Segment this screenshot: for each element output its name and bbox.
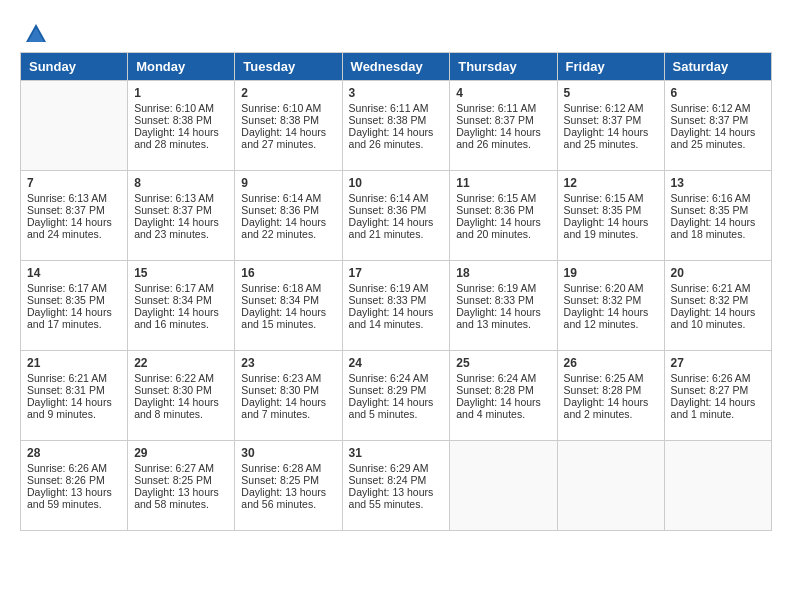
- cell-info-line: and 4 minutes.: [456, 408, 550, 420]
- cell-info-line: Sunrise: 6:21 AM: [27, 372, 121, 384]
- calendar-cell: 27Sunrise: 6:26 AMSunset: 8:27 PMDayligh…: [664, 351, 771, 441]
- cell-info-line: Daylight: 13 hours: [241, 486, 335, 498]
- calendar-cell: 5Sunrise: 6:12 AMSunset: 8:37 PMDaylight…: [557, 81, 664, 171]
- cell-info-line: Sunrise: 6:26 AM: [671, 372, 765, 384]
- cell-info-line: Daylight: 14 hours: [456, 126, 550, 138]
- calendar-cell: [557, 441, 664, 531]
- cell-info-line: Daylight: 14 hours: [241, 126, 335, 138]
- cell-info-line: and 16 minutes.: [134, 318, 228, 330]
- cell-info-line: and 20 minutes.: [456, 228, 550, 240]
- cell-info-line: and 8 minutes.: [134, 408, 228, 420]
- cell-info-line: Sunrise: 6:23 AM: [241, 372, 335, 384]
- cell-info-line: Daylight: 14 hours: [27, 216, 121, 228]
- logo-icon: [22, 20, 50, 48]
- calendar-table: SundayMondayTuesdayWednesdayThursdayFrid…: [20, 52, 772, 531]
- cell-info-line: Sunrise: 6:17 AM: [134, 282, 228, 294]
- cell-info-line: and 26 minutes.: [349, 138, 444, 150]
- cell-info-line: and 15 minutes.: [241, 318, 335, 330]
- cell-info-line: and 5 minutes.: [349, 408, 444, 420]
- cell-info-line: Daylight: 14 hours: [671, 216, 765, 228]
- cell-info-line: Daylight: 14 hours: [671, 396, 765, 408]
- cell-info-line: Daylight: 14 hours: [27, 306, 121, 318]
- calendar-header-thursday: Thursday: [450, 53, 557, 81]
- day-number: 21: [27, 356, 121, 370]
- calendar-cell: 26Sunrise: 6:25 AMSunset: 8:28 PMDayligh…: [557, 351, 664, 441]
- calendar-cell: 15Sunrise: 6:17 AMSunset: 8:34 PMDayligh…: [128, 261, 235, 351]
- day-number: 31: [349, 446, 444, 460]
- cell-info-line: and 9 minutes.: [27, 408, 121, 420]
- cell-info-line: Sunset: 8:30 PM: [134, 384, 228, 396]
- calendar-header-tuesday: Tuesday: [235, 53, 342, 81]
- calendar-cell: 11Sunrise: 6:15 AMSunset: 8:36 PMDayligh…: [450, 171, 557, 261]
- cell-info-line: Daylight: 14 hours: [349, 216, 444, 228]
- cell-info-line: Sunset: 8:37 PM: [671, 114, 765, 126]
- day-number: 6: [671, 86, 765, 100]
- calendar-header-monday: Monday: [128, 53, 235, 81]
- cell-info-line: Sunrise: 6:14 AM: [241, 192, 335, 204]
- cell-info-line: Sunrise: 6:19 AM: [456, 282, 550, 294]
- calendar-cell: 6Sunrise: 6:12 AMSunset: 8:37 PMDaylight…: [664, 81, 771, 171]
- calendar-cell: 19Sunrise: 6:20 AMSunset: 8:32 PMDayligh…: [557, 261, 664, 351]
- day-number: 27: [671, 356, 765, 370]
- calendar-cell: 20Sunrise: 6:21 AMSunset: 8:32 PMDayligh…: [664, 261, 771, 351]
- cell-info-line: Daylight: 14 hours: [134, 396, 228, 408]
- cell-info-line: Sunrise: 6:16 AM: [671, 192, 765, 204]
- day-number: 17: [349, 266, 444, 280]
- cell-info-line: and 27 minutes.: [241, 138, 335, 150]
- cell-info-line: and 26 minutes.: [456, 138, 550, 150]
- cell-info-line: Daylight: 14 hours: [671, 306, 765, 318]
- logo: [20, 20, 52, 42]
- cell-info-line: Sunset: 8:35 PM: [671, 204, 765, 216]
- cell-info-line: Sunset: 8:31 PM: [27, 384, 121, 396]
- cell-info-line: and 23 minutes.: [134, 228, 228, 240]
- day-number: 5: [564, 86, 658, 100]
- day-number: 14: [27, 266, 121, 280]
- day-number: 8: [134, 176, 228, 190]
- day-number: 28: [27, 446, 121, 460]
- cell-info-line: Sunset: 8:27 PM: [671, 384, 765, 396]
- day-number: 19: [564, 266, 658, 280]
- cell-info-line: Sunrise: 6:22 AM: [134, 372, 228, 384]
- calendar-header-saturday: Saturday: [664, 53, 771, 81]
- calendar-cell: [450, 441, 557, 531]
- cell-info-line: Sunrise: 6:26 AM: [27, 462, 121, 474]
- calendar-cell: 7Sunrise: 6:13 AMSunset: 8:37 PMDaylight…: [21, 171, 128, 261]
- cell-info-line: Daylight: 13 hours: [27, 486, 121, 498]
- cell-info-line: Sunrise: 6:11 AM: [456, 102, 550, 114]
- cell-info-line: Sunset: 8:38 PM: [349, 114, 444, 126]
- cell-info-line: Daylight: 14 hours: [456, 306, 550, 318]
- day-number: 29: [134, 446, 228, 460]
- cell-info-line: Sunset: 8:37 PM: [564, 114, 658, 126]
- cell-info-line: and 28 minutes.: [134, 138, 228, 150]
- page-header: [20, 20, 772, 42]
- calendar-cell: 4Sunrise: 6:11 AMSunset: 8:37 PMDaylight…: [450, 81, 557, 171]
- cell-info-line: Sunset: 8:36 PM: [241, 204, 335, 216]
- cell-info-line: Sunset: 8:37 PM: [456, 114, 550, 126]
- cell-info-line: Sunrise: 6:24 AM: [349, 372, 444, 384]
- cell-info-line: and 21 minutes.: [349, 228, 444, 240]
- cell-info-line: and 13 minutes.: [456, 318, 550, 330]
- cell-info-line: Daylight: 14 hours: [349, 126, 444, 138]
- cell-info-line: and 14 minutes.: [349, 318, 444, 330]
- cell-info-line: and 2 minutes.: [564, 408, 658, 420]
- calendar-cell: 17Sunrise: 6:19 AMSunset: 8:33 PMDayligh…: [342, 261, 450, 351]
- cell-info-line: Daylight: 13 hours: [349, 486, 444, 498]
- calendar-cell: 28Sunrise: 6:26 AMSunset: 8:26 PMDayligh…: [21, 441, 128, 531]
- calendar-cell: 30Sunrise: 6:28 AMSunset: 8:25 PMDayligh…: [235, 441, 342, 531]
- cell-info-line: Daylight: 14 hours: [134, 306, 228, 318]
- calendar-cell: [664, 441, 771, 531]
- day-number: 30: [241, 446, 335, 460]
- cell-info-line: Sunset: 8:33 PM: [456, 294, 550, 306]
- cell-info-line: Sunrise: 6:18 AM: [241, 282, 335, 294]
- calendar-cell: 3Sunrise: 6:11 AMSunset: 8:38 PMDaylight…: [342, 81, 450, 171]
- cell-info-line: and 25 minutes.: [671, 138, 765, 150]
- day-number: 2: [241, 86, 335, 100]
- calendar-cell: 18Sunrise: 6:19 AMSunset: 8:33 PMDayligh…: [450, 261, 557, 351]
- calendar-cell: 24Sunrise: 6:24 AMSunset: 8:29 PMDayligh…: [342, 351, 450, 441]
- cell-info-line: Sunrise: 6:29 AM: [349, 462, 444, 474]
- cell-info-line: and 25 minutes.: [564, 138, 658, 150]
- day-number: 11: [456, 176, 550, 190]
- calendar-cell: 25Sunrise: 6:24 AMSunset: 8:28 PMDayligh…: [450, 351, 557, 441]
- calendar-week-row: 7Sunrise: 6:13 AMSunset: 8:37 PMDaylight…: [21, 171, 772, 261]
- cell-info-line: Sunrise: 6:17 AM: [27, 282, 121, 294]
